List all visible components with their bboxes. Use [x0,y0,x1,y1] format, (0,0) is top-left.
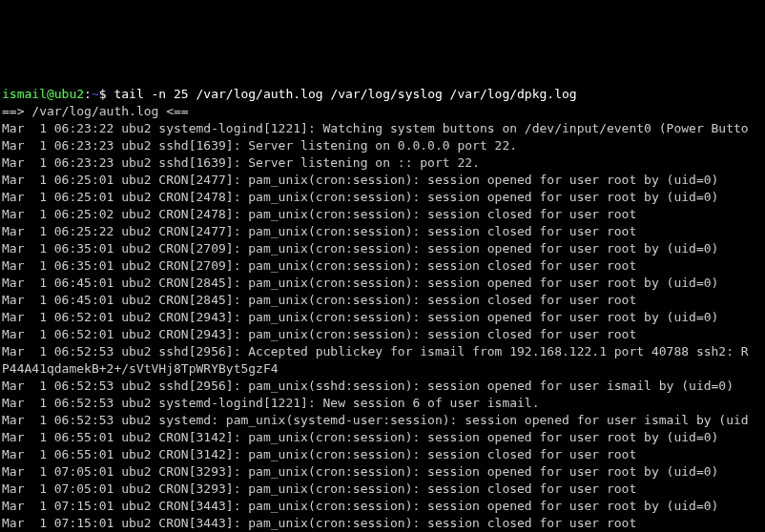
output-line: Mar 1 06:52:53 ubu2 systemd-logind[1221]… [2,396,540,410]
output-line: Mar 1 06:45:01 ubu2 CRON[2845]: pam_unix… [2,293,636,307]
terminal-output: ==> /var/log/auth.log <== Mar 1 06:23:22… [2,103,763,532]
terminal-viewport[interactable]: ismail@ubu2:~$ tail -n 25 /var/log/auth.… [0,86,765,532]
output-line: Mar 1 07:15:01 ubu2 CRON[3443]: pam_unix… [2,499,718,513]
output-line: Mar 1 06:23:23 ubu2 sshd[1639]: Server l… [2,138,517,153]
output-line: Mar 1 06:25:01 ubu2 CRON[2478]: pam_unix… [2,190,718,204]
output-line: Mar 1 06:52:01 ubu2 CRON[2943]: pam_unix… [2,327,636,341]
prompt-colon: : [84,87,92,101]
output-line: Mar 1 06:35:01 ubu2 CRON[2709]: pam_unix… [2,241,718,256]
output-line: Mar 1 06:35:01 ubu2 CRON[2709]: pam_unix… [2,258,636,273]
output-line: Mar 1 06:52:01 ubu2 CRON[2943]: pam_unix… [2,310,718,324]
output-line: Mar 1 06:55:01 ubu2 CRON[3142]: pam_unix… [2,447,636,461]
output-line: Mar 1 06:25:02 ubu2 CRON[2478]: pam_unix… [2,207,636,221]
output-line: Mar 1 06:52:53 ubu2 sshd[2956]: Accepted… [2,344,749,358]
prompt-user-host: ismail@ubu2 [2,87,84,101]
output-line: Mar 1 06:55:01 ubu2 CRON[3142]: pam_unix… [2,430,718,444]
output-line: Mar 1 07:05:01 ubu2 CRON[3293]: pam_unix… [2,481,636,496]
output-line: Mar 1 06:52:53 ubu2 systemd: pam_unix(sy… [2,413,749,427]
output-line: Mar 1 06:52:53 ubu2 sshd[2956]: pam_unix… [2,379,734,393]
output-line: P44A41qdamekB+2+/sVtVHj8TpWRYByt5gzF4 [2,361,279,376]
command-input[interactable]: tail -n 25 /var/log/auth.log /var/log/sy… [114,87,576,101]
output-line: Mar 1 06:25:01 ubu2 CRON[2477]: pam_unix… [2,173,718,187]
prompt-dollar: $ [99,87,114,101]
output-line: Mar 1 06:45:01 ubu2 CRON[2845]: pam_unix… [2,276,718,290]
output-line: Mar 1 06:23:22 ubu2 systemd-logind[1221]… [2,121,749,135]
output-line: Mar 1 07:05:01 ubu2 CRON[3293]: pam_unix… [2,464,718,479]
prompt-cwd: ~ [92,87,99,101]
output-line: Mar 1 07:15:01 ubu2 CRON[3443]: pam_unix… [2,516,636,530]
output-line: Mar 1 06:23:23 ubu2 sshd[1639]: Server l… [2,155,480,170]
output-line: ==> /var/log/auth.log <== [2,104,189,118]
output-line: Mar 1 06:25:22 ubu2 CRON[2477]: pam_unix… [2,224,636,238]
